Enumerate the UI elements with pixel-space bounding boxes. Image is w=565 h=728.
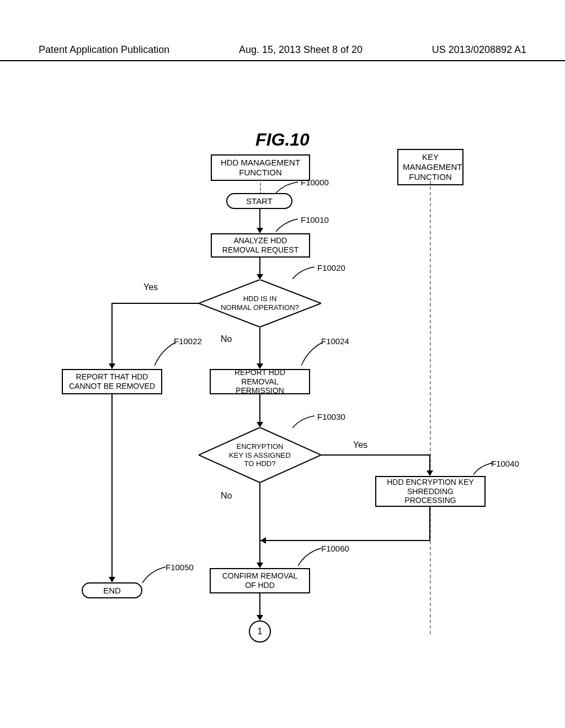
confirm-box: CONFIRM REMOVAL OF HDD: [210, 568, 310, 593]
arrow-down-icon: [257, 228, 263, 233]
connector-line: [259, 593, 260, 618]
decision-key-assigned: ENCRYPTION KEY IS ASSIGNED TO HDD?: [199, 427, 321, 483]
no-label-1: No: [221, 334, 232, 344]
lane-key-mgmt-label: KEY MANAGEMENT FUNCTION: [403, 152, 462, 181]
arrow-left-icon: [260, 537, 266, 544]
lane-divider-key-upper: [430, 181, 431, 473]
connector-line: [259, 208, 260, 231]
connector-line: [259, 327, 260, 366]
arrow-down-icon: [109, 363, 115, 369]
yes-label-1: Yes: [143, 282, 158, 292]
connector-line: [429, 507, 430, 540]
arrow-down-icon: [257, 615, 263, 620]
connector-label: 1: [258, 627, 263, 636]
end-terminator: END: [82, 582, 142, 598]
connector-line: [111, 303, 113, 366]
connector-line: [111, 303, 199, 304]
header-center: Aug. 15, 2013 Sheet 8 of 20: [239, 44, 363, 56]
header-left: Patent Application Publication: [39, 44, 169, 56]
yes-label-2: Yes: [353, 440, 367, 450]
end-label: END: [103, 586, 121, 595]
page-header: Patent Application Publication Aug. 15, …: [0, 44, 565, 61]
shred-box: HDD ENCRYPTION KEY SHREDDING PROCESSING: [375, 476, 486, 507]
off-page-connector: 1: [249, 620, 271, 643]
decision-hdd-normal: HDD IS IN NORMAL OPERATION?: [199, 280, 321, 327]
arrow-down-icon: [257, 274, 263, 280]
arrow-down-icon: [257, 563, 263, 568]
lane-key-mgmt: KEY MANAGEMENT FUNCTION: [397, 149, 463, 185]
ref-f10050: F10050: [166, 563, 194, 572]
arrow-down-icon: [257, 422, 263, 427]
connector-line: [111, 394, 113, 580]
ref-f10060: F10060: [321, 544, 349, 553]
shred-label: HDD ENCRYPTION KEY SHREDDING PROCESSING: [387, 478, 474, 505]
ref-f10010: F10010: [301, 215, 329, 224]
ref-f10024: F10024: [321, 336, 349, 346]
connector-line: [321, 454, 430, 456]
start-label: START: [246, 196, 273, 206]
analyze-label: ANALYZE HDD REMOVAL REQUEST: [222, 236, 299, 255]
lane-hdd-mgmt-label: HDD MANAGEMENT FUNCTION: [221, 158, 300, 177]
cannot-remove-box: REPORT THAT HDD CANNOT BE REMOVED: [62, 369, 162, 394]
connector-line: [259, 394, 260, 425]
analyze-box: ANALYZE HDD REMOVAL REQUEST: [211, 233, 310, 258]
connector-line: [259, 483, 260, 565]
figure-title: FIG.10: [255, 130, 310, 150]
header-right: US 2013/0208892 A1: [432, 44, 526, 56]
ref-f10022: F10022: [174, 336, 202, 346]
lane-hdd-mgmt: HDD MANAGEMENT FUNCTION: [211, 154, 310, 181]
ref-f10020: F10020: [317, 263, 345, 272]
cannot-remove-label: REPORT THAT HDD CANNOT BE REMOVED: [69, 372, 155, 391]
decision-key-assigned-label: ENCRYPTION KEY IS ASSIGNED TO HDD?: [211, 442, 309, 468]
ref-f10000: F10000: [301, 178, 329, 187]
decision-hdd-normal-label: HDD IS IN NORMAL OPERATION?: [211, 295, 309, 312]
permission-box: REPORT HDD REMOVAL PERMISSION: [210, 369, 310, 394]
arrow-down-icon: [109, 577, 115, 582]
ref-f10040: F10040: [491, 459, 519, 468]
connector-line: [259, 540, 430, 541]
ref-f10030: F10030: [317, 412, 345, 421]
confirm-label: CONFIRM REMOVAL OF HDD: [222, 571, 298, 590]
arrow-down-icon: [427, 470, 433, 476]
permission-label: REPORT HDD REMOVAL PERMISSION: [216, 368, 303, 395]
no-label-2: No: [221, 491, 232, 501]
flowchart: HDD MANAGEMENT FUNCTION KEY MANAGEMENT F…: [0, 154, 565, 651]
